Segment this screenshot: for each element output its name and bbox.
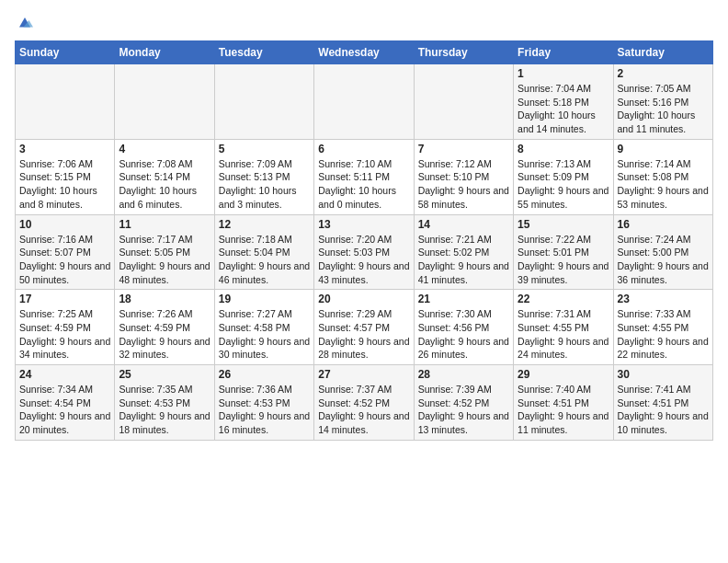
day-number: 24 (19, 368, 110, 381)
day-number: 27 (318, 368, 409, 381)
day-info: Sunrise: 7:06 AM Sunset: 5:15 PM Dayligh… (19, 157, 110, 212)
day-number: 17 (19, 293, 110, 305)
calendar-day-cell: 23Sunrise: 7:33 AM Sunset: 4:55 PM Dayli… (613, 290, 712, 365)
day-of-week-header: Thursday (414, 41, 513, 64)
page-header (15, 15, 713, 31)
calendar-day-cell: 26Sunrise: 7:36 AM Sunset: 4:53 PM Dayli… (214, 365, 313, 441)
calendar-day-cell: 10Sunrise: 7:16 AM Sunset: 5:07 PM Dayli… (16, 214, 115, 290)
day-number: 26 (219, 368, 310, 381)
calendar-day-cell: 15Sunrise: 7:22 AM Sunset: 5:01 PM Dayli… (514, 214, 613, 290)
day-info: Sunrise: 7:04 AM Sunset: 5:18 PM Dayligh… (518, 82, 609, 136)
day-number: 22 (518, 293, 609, 305)
day-number: 28 (418, 368, 509, 381)
calendar-day-cell: 16Sunrise: 7:24 AM Sunset: 5:00 PM Dayli… (613, 214, 712, 290)
calendar-week-row: 1Sunrise: 7:04 AM Sunset: 5:18 PM Daylig… (16, 64, 713, 140)
day-of-week-header: Wednesday (314, 41, 414, 64)
calendar-day-cell: 18Sunrise: 7:26 AM Sunset: 4:59 PM Dayli… (115, 290, 214, 365)
day-info: Sunrise: 7:09 AM Sunset: 5:13 PM Dayligh… (219, 157, 310, 212)
day-info: Sunrise: 7:40 AM Sunset: 4:51 PM Dayligh… (518, 383, 609, 437)
day-number: 4 (119, 143, 210, 155)
day-number: 13 (318, 218, 409, 231)
day-number: 29 (518, 368, 609, 381)
calendar-week-row: 3Sunrise: 7:06 AM Sunset: 5:15 PM Daylig… (16, 139, 713, 214)
day-number: 5 (219, 143, 310, 155)
day-number: 16 (618, 218, 709, 231)
day-number: 21 (418, 293, 509, 305)
calendar-day-cell (214, 64, 313, 140)
day-info: Sunrise: 7:16 AM Sunset: 5:07 PM Dayligh… (19, 233, 110, 287)
day-info: Sunrise: 7:33 AM Sunset: 4:55 PM Dayligh… (618, 307, 709, 362)
calendar-day-cell: 4Sunrise: 7:08 AM Sunset: 5:14 PM Daylig… (115, 139, 214, 214)
day-number: 3 (19, 143, 110, 155)
calendar-week-row: 10Sunrise: 7:16 AM Sunset: 5:07 PM Dayli… (16, 214, 713, 290)
day-info: Sunrise: 7:29 AM Sunset: 4:57 PM Dayligh… (318, 307, 409, 362)
calendar-day-cell: 28Sunrise: 7:39 AM Sunset: 4:52 PM Dayli… (414, 365, 513, 441)
day-info: Sunrise: 7:24 AM Sunset: 5:00 PM Dayligh… (618, 233, 709, 287)
day-number: 23 (618, 293, 709, 305)
day-info: Sunrise: 7:12 AM Sunset: 5:10 PM Dayligh… (418, 157, 509, 212)
day-number: 14 (418, 218, 509, 231)
calendar-day-cell: 8Sunrise: 7:13 AM Sunset: 5:09 PM Daylig… (514, 139, 613, 214)
day-number: 1 (518, 67, 609, 80)
calendar-header-row: SundayMondayTuesdayWednesdayThursdayFrid… (16, 41, 713, 64)
calendar-day-cell: 21Sunrise: 7:30 AM Sunset: 4:56 PM Dayli… (414, 290, 513, 365)
day-of-week-header: Saturday (613, 41, 712, 64)
day-info: Sunrise: 7:37 AM Sunset: 4:52 PM Dayligh… (318, 383, 409, 437)
day-number: 9 (618, 143, 709, 155)
day-of-week-header: Sunday (16, 41, 115, 64)
day-number: 12 (219, 218, 310, 231)
calendar-day-cell: 27Sunrise: 7:37 AM Sunset: 4:52 PM Dayli… (314, 365, 414, 441)
day-info: Sunrise: 7:08 AM Sunset: 5:14 PM Dayligh… (119, 157, 210, 212)
day-number: 10 (19, 218, 110, 231)
day-number: 2 (618, 67, 709, 80)
calendar-day-cell: 3Sunrise: 7:06 AM Sunset: 5:15 PM Daylig… (16, 139, 115, 214)
calendar-day-cell: 19Sunrise: 7:27 AM Sunset: 4:58 PM Dayli… (214, 290, 313, 365)
calendar-day-cell (16, 64, 115, 140)
day-info: Sunrise: 7:21 AM Sunset: 5:02 PM Dayligh… (418, 233, 509, 287)
calendar-day-cell: 22Sunrise: 7:31 AM Sunset: 4:55 PM Dayli… (514, 290, 613, 365)
day-info: Sunrise: 7:34 AM Sunset: 4:54 PM Dayligh… (19, 383, 110, 437)
calendar-day-cell (314, 64, 414, 140)
calendar-table: SundayMondayTuesdayWednesdayThursdayFrid… (15, 40, 713, 441)
day-info: Sunrise: 7:39 AM Sunset: 4:52 PM Dayligh… (418, 383, 509, 437)
day-number: 30 (618, 368, 709, 381)
calendar-day-cell: 5Sunrise: 7:09 AM Sunset: 5:13 PM Daylig… (214, 139, 313, 214)
day-info: Sunrise: 7:25 AM Sunset: 4:59 PM Dayligh… (19, 307, 110, 362)
day-info: Sunrise: 7:18 AM Sunset: 5:04 PM Dayligh… (219, 233, 310, 287)
day-of-week-header: Friday (514, 41, 613, 64)
logo-icon (17, 15, 33, 31)
calendar-day-cell: 24Sunrise: 7:34 AM Sunset: 4:54 PM Dayli… (16, 365, 115, 441)
day-info: Sunrise: 7:36 AM Sunset: 4:53 PM Dayligh… (219, 383, 310, 437)
day-info: Sunrise: 7:20 AM Sunset: 5:03 PM Dayligh… (318, 233, 409, 287)
day-info: Sunrise: 7:27 AM Sunset: 4:58 PM Dayligh… (219, 307, 310, 362)
day-number: 25 (119, 368, 210, 381)
calendar-week-row: 24Sunrise: 7:34 AM Sunset: 4:54 PM Dayli… (16, 365, 713, 441)
calendar-day-cell: 25Sunrise: 7:35 AM Sunset: 4:53 PM Dayli… (115, 365, 214, 441)
day-number: 11 (119, 218, 210, 231)
day-number: 20 (318, 293, 409, 305)
day-info: Sunrise: 7:22 AM Sunset: 5:01 PM Dayligh… (518, 233, 609, 287)
calendar-day-cell: 6Sunrise: 7:10 AM Sunset: 5:11 PM Daylig… (314, 139, 414, 214)
day-info: Sunrise: 7:30 AM Sunset: 4:56 PM Dayligh… (418, 307, 509, 362)
day-info: Sunrise: 7:35 AM Sunset: 4:53 PM Dayligh… (119, 383, 210, 437)
day-info: Sunrise: 7:14 AM Sunset: 5:08 PM Dayligh… (618, 157, 709, 212)
day-number: 18 (119, 293, 210, 305)
calendar-day-cell: 2Sunrise: 7:05 AM Sunset: 5:16 PM Daylig… (613, 64, 712, 140)
day-number: 6 (318, 143, 409, 155)
day-info: Sunrise: 7:17 AM Sunset: 5:05 PM Dayligh… (119, 233, 210, 287)
day-of-week-header: Monday (115, 41, 214, 64)
calendar-day-cell: 11Sunrise: 7:17 AM Sunset: 5:05 PM Dayli… (115, 214, 214, 290)
calendar-day-cell: 17Sunrise: 7:25 AM Sunset: 4:59 PM Dayli… (16, 290, 115, 365)
day-info: Sunrise: 7:13 AM Sunset: 5:09 PM Dayligh… (518, 157, 609, 212)
day-info: Sunrise: 7:05 AM Sunset: 5:16 PM Dayligh… (618, 82, 709, 136)
calendar-day-cell (115, 64, 214, 140)
calendar-day-cell: 9Sunrise: 7:14 AM Sunset: 5:08 PM Daylig… (613, 139, 712, 214)
day-number: 7 (418, 143, 509, 155)
calendar-day-cell (414, 64, 513, 140)
calendar-day-cell: 7Sunrise: 7:12 AM Sunset: 5:10 PM Daylig… (414, 139, 513, 214)
logo (15, 15, 33, 31)
day-info: Sunrise: 7:31 AM Sunset: 4:55 PM Dayligh… (518, 307, 609, 362)
day-info: Sunrise: 7:10 AM Sunset: 5:11 PM Dayligh… (318, 157, 409, 212)
day-number: 19 (219, 293, 310, 305)
calendar-day-cell: 14Sunrise: 7:21 AM Sunset: 5:02 PM Dayli… (414, 214, 513, 290)
